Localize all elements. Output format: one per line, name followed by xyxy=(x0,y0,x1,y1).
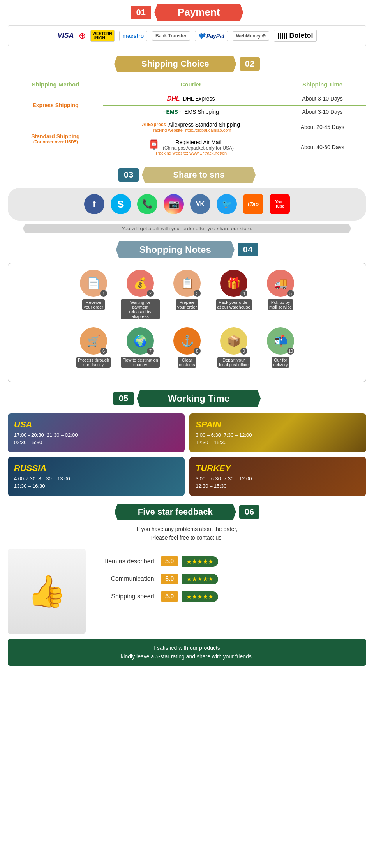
sns-icons-row: f S 📞 📷 VK 🐦 iTao YouTube xyxy=(8,188,366,221)
feedback-header: Five star feedback 06 xyxy=(8,504,366,520)
turkey-hours: 3:00 – 6:30 7:30 – 12:0012:30 – 15:30 xyxy=(196,475,360,490)
rating-row-communication: Communication: 5.0 ★★★★★ xyxy=(94,574,366,584)
communication-score: 5.0 xyxy=(161,574,178,584)
step-1-label: Receiveyour order xyxy=(82,299,105,310)
shipping-section: Shipping Choice 02 Shipping Method Couri… xyxy=(0,52,374,163)
notes-row-2: 🛒6 Process throughsort facility 🌍7 Flow … xyxy=(14,327,360,368)
whatsapp-icon[interactable]: 📞 xyxy=(137,194,157,214)
shipping-table: Shipping Method Courier Shipping Time Ex… xyxy=(8,77,366,159)
registered-mail-note: (China post/epacket-only for USA) xyxy=(163,145,234,151)
usa-hours: 17:00 - 20:30 21:30 – 02:0002:30 – 5:30 xyxy=(14,431,178,446)
feedback-badge: 06 xyxy=(239,505,259,519)
item-described-score: 5.0 xyxy=(161,556,178,566)
list-item: 📋3 Prepareyour order xyxy=(168,270,206,319)
step-4-label: Pack your orderat our warehouse xyxy=(216,299,252,310)
step-10-icon: 📬10 xyxy=(267,327,294,355)
visa-logo: VISA xyxy=(58,32,74,40)
instagram-icon[interactable]: 📷 xyxy=(164,194,184,214)
list-item: 📦9 Depart yourlocal post office xyxy=(214,327,253,368)
notes-header: Shopping Notes 04 xyxy=(8,241,366,258)
col-courier: Courier xyxy=(103,77,279,92)
usa-name: USA xyxy=(14,420,178,430)
post-icon: 📮 xyxy=(148,139,160,150)
step-5-label: Pck up bymail service xyxy=(268,299,293,310)
payment-methods-row: VISA ⊕ WESTERNUNION maestro Bank Transfe… xyxy=(8,25,366,46)
payment-title: Payment xyxy=(154,4,243,21)
aliexpress-time: About 20-45 Days xyxy=(279,118,366,136)
dhl-logo: DHL xyxy=(167,95,180,102)
sns-section: 03 Share to sns f S 📞 📷 VK 🐦 iTao YouTub… xyxy=(0,163,374,237)
paypal-logo: 💙 PayPal xyxy=(195,31,228,41)
list-item: 📬10 Our fordelivery xyxy=(261,327,300,368)
col-shipping-time: Shipping Time xyxy=(279,77,366,92)
step-7-label: Flow to destinationcountry xyxy=(121,357,160,368)
list-item: 💰2 Waiting for paymentreleased by alixpr… xyxy=(121,270,160,319)
facebook-icon[interactable]: f xyxy=(84,194,104,214)
webmoney-logo: WebMoney ⊕ xyxy=(233,31,269,41)
spain-name: SPAIN xyxy=(196,420,360,430)
list-item: 🛒6 Process throughsort facility xyxy=(74,327,113,368)
vk-icon[interactable]: VK xyxy=(190,194,210,214)
russia-name: RUSSIA xyxy=(14,463,178,473)
twitter-icon[interactable]: 🐦 xyxy=(217,194,237,214)
col-shipping-method: Shipping Method xyxy=(8,77,103,92)
feedback-title: Five star feedback xyxy=(115,504,236,520)
usa-card: USA 17:00 - 20:30 21:30 – 02:0002:30 – 5… xyxy=(8,413,185,452)
ems-name: EMS Shipping xyxy=(184,109,219,115)
step-2-icon: 💰2 xyxy=(127,270,154,297)
bank-transfer-logo: Bank Transfer xyxy=(152,31,190,41)
step-6-label: Process throughsort facility xyxy=(76,357,111,368)
shipping-speed-label: Shipping speed: xyxy=(94,593,156,600)
working-badge: 05 xyxy=(113,392,134,405)
sns-title: Share to sns xyxy=(142,167,256,183)
communication-stars: ★★★★★ xyxy=(182,574,218,584)
step-9-icon: 📦9 xyxy=(220,327,247,355)
feedback-content: 👍 Item as described: 5.0 ★★★★★ Communica… xyxy=(8,549,366,634)
turkey-card: TURKEY 3:00 – 6:30 7:30 – 12:0012:30 – 1… xyxy=(189,457,366,496)
shipping-badge: 02 xyxy=(240,57,260,71)
rating-row-shipping: Shipping speed: 5.0 ★★★★★ xyxy=(94,591,366,602)
turkey-name: TURKEY xyxy=(196,463,360,473)
feedback-subtitle: If you have any problems about the order… xyxy=(8,525,366,542)
spain-card: SPAIN 3:00 – 6:30 7:30 – 12:0012:30 – 15… xyxy=(189,413,366,452)
dhl-courier-cell: DHL DHL Express xyxy=(103,92,279,106)
payment-badge: 01 xyxy=(131,6,151,19)
ratings-area: Item as described: 5.0 ★★★★★ Communicati… xyxy=(94,549,366,609)
shopping-notes-section: Shopping Notes 04 📄1 Receiveyour order 💰… xyxy=(0,237,374,386)
shipping-speed-stars: ★★★★★ xyxy=(182,591,218,602)
mastercard-logo: ⊕ xyxy=(79,31,86,41)
step-1-icon: 📄1 xyxy=(80,270,107,297)
step-3-icon: 📋3 xyxy=(173,270,201,297)
itao-icon[interactable]: iTao xyxy=(243,194,263,214)
step-5-icon: 🚚5 xyxy=(267,270,294,297)
ems-logo: ≡EMS≡ xyxy=(163,109,181,115)
step-6-icon: 🛒6 xyxy=(80,327,107,355)
dhl-time: About 3-10 Days xyxy=(279,92,366,106)
item-described-stars: ★★★★★ xyxy=(182,556,218,567)
aliexpress-name: Aliexpress Standard Shipping xyxy=(168,122,240,128)
shipping-header: Shipping Choice 02 xyxy=(8,56,366,72)
registered-mail-time: About 40-60 Days xyxy=(279,136,366,159)
youtube-icon[interactable]: YouTube xyxy=(270,194,290,214)
express-shipping-label: Express Shipping xyxy=(8,92,103,118)
rating-row-described: Item as described: 5.0 ★★★★★ xyxy=(94,556,366,567)
step-8-icon: ⚓8 xyxy=(173,327,201,355)
payment-header: 01 Payment xyxy=(8,4,366,21)
thumbs-area: 👍 xyxy=(8,549,86,634)
list-item: 🚚5 Pck up bymail service xyxy=(261,270,300,319)
working-header: 05 Working Time xyxy=(8,390,366,407)
skype-icon[interactable]: S xyxy=(111,194,131,214)
working-grid: USA 17:00 - 20:30 21:30 – 02:0002:30 – 5… xyxy=(8,413,366,496)
item-described-label: Item as described: xyxy=(94,558,156,565)
step-4-icon: 🎁4 xyxy=(220,270,247,297)
notes-badge: 04 xyxy=(238,243,258,256)
russia-hours: 4:00-7:30 8：30 – 13:0013:30 – 16:30 xyxy=(14,475,178,490)
dhl-name: DHL Express xyxy=(183,95,215,102)
spain-hours: 3:00 – 6:30 7:30 – 12:0012:30 – 15:30 xyxy=(196,431,360,446)
aliexpress-logo: AliExpress xyxy=(142,122,166,127)
list-item: ⚓8 Clearcustoms xyxy=(168,327,206,368)
registered-mail-name: Registered Air Mail xyxy=(163,139,234,145)
working-time-section: 05 Working Time USA 17:00 - 20:30 21:30 … xyxy=(0,386,374,500)
standard-shipping-label: Standard Shipping (For order over USD5) xyxy=(8,118,103,159)
aliexpress-courier-cell: AliExpress Aliexpress Standard Shipping … xyxy=(103,118,279,136)
